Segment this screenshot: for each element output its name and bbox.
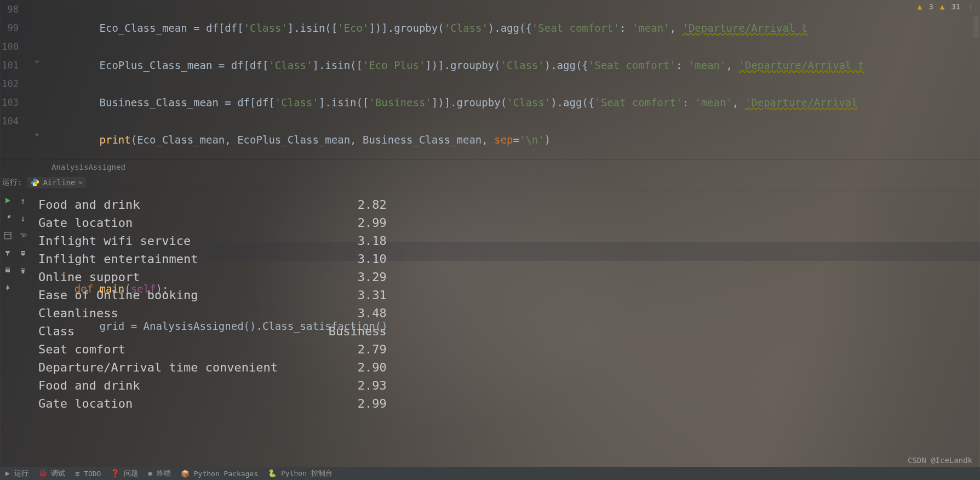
trash-icon[interactable] [18,266,28,276]
status-item[interactable]: 📦 Python Packages [181,470,258,478]
code-string: 'Departure/Arrival t [682,22,807,34]
console-output[interactable]: Food and drink 2.82 Gate location 2.99 I… [31,191,980,467]
code-token: , [732,96,745,108]
code-string: 'Class' [244,22,288,34]
editor-scrollbar[interactable] [973,0,979,174]
svg-rect-3 [6,268,9,270]
code-string: 'Class' [444,22,488,34]
code-string: 'Class' [275,96,319,108]
code-string: 'Class' [501,59,545,71]
fold-indicator-icon[interactable]: ⊖ [35,130,43,138]
code-token: ].isin([ [312,59,363,71]
breadcrumb[interactable]: AnalysisAssigned [0,159,980,175]
run-tab[interactable]: Airline ✕ [27,177,85,188]
code-token: EcoPlus_Class_mean [100,59,213,71]
status-bar[interactable]: ▶ 运行 🐞 调试 ≡ TODO ❓ 问题 ▣ 终端 📦 Python Pack… [0,467,980,480]
run-label: 运行: [2,178,22,187]
code-area[interactable]: Eco_Class_mean = df[df['Class'].isin(['E… [49,0,980,174]
code-string: 'Departure/Arrival t [738,59,864,71]
up-arrow-icon[interactable]: ↑ [18,196,28,205]
status-item[interactable]: ❓ 问题 [111,468,138,478]
code-string: 'Seat comfort' [588,59,676,71]
line-number[interactable]: 103 [0,93,19,112]
code-kwarg: sep [494,134,513,146]
code-token: = df[df[ [187,22,244,34]
code-token: = [513,134,519,146]
line-number[interactable]: 98 [0,0,19,19]
code-string: 'mean' [632,22,670,34]
code-token: ).agg({ [545,59,588,71]
code-token: ])].groupby( [369,22,444,34]
wrench-icon[interactable] [3,213,13,223]
warning-count: 31 [951,2,960,11]
line-number-gutter[interactable]: 98 99 100 101 102 103 104 [0,0,24,174]
rerun-button[interactable] [3,196,13,205]
fold-indicator-icon[interactable]: ⊖ [35,58,43,65]
line-number[interactable]: 102 [0,75,19,93]
status-item[interactable]: 🐍 Python 控制台 [268,468,333,478]
svg-rect-0 [4,232,11,239]
svg-rect-2 [5,270,10,272]
status-item[interactable]: ▣ 终端 [148,468,171,478]
code-token: = df[df[ [212,59,268,71]
layout-icon[interactable] [3,231,13,241]
code-token: ])].groupby( [425,59,500,71]
inspection-summary[interactable]: ▲3 ▲31 ⋮ [918,2,975,11]
code-string: '\n' [519,134,545,146]
code-func: print [100,134,131,146]
code-string: 'Seat comfort' [532,22,620,34]
pin-icon[interactable] [3,283,13,293]
code-token: ].isin([ [288,22,338,34]
down-arrow-icon[interactable]: ↓ [18,213,28,223]
run-tab-label: Airline [43,178,75,187]
code-editor[interactable]: 98 99 100 101 102 103 104 ⊖ ⊖ Eco_Class_… [0,0,980,174]
status-item[interactable]: ▶ 运行 [5,468,28,478]
code-string: 'Eco' [337,22,369,34]
code-string: 'mean' [689,59,726,71]
code-string: 'Departure/Arrival [745,96,858,108]
filter-icon[interactable] [3,248,13,258]
code-string: 'Class' [507,96,551,108]
code-string: 'Class' [268,59,312,71]
scroll-to-end-icon[interactable] [18,248,28,258]
line-number[interactable]: 100 [0,37,19,56]
line-number[interactable]: 99 [0,19,19,37]
print-icon[interactable] [3,266,13,276]
warning-icon: ▲ [940,2,944,11]
code-token: : [676,59,689,71]
python-icon [31,178,39,187]
status-item[interactable]: 🐞 调试 [38,468,66,478]
code-token: ].isin([ [319,96,369,108]
code-token: Eco_Class_mean [100,22,187,34]
code-string: 'Eco Plus' [363,59,425,71]
code-token: (Eco_Class_mean, EcoPlus_Class_mean, Bus… [131,134,494,146]
code-string: 'Business' [369,96,431,108]
close-icon[interactable]: ✕ [78,179,82,186]
line-number[interactable]: 104 [0,112,19,130]
status-item[interactable]: ≡ TODO [75,470,101,478]
code-token: ).agg({ [551,96,594,108]
code-token: ])].groupby( [432,96,507,108]
run-header: 运行: Airline ✕ [0,174,980,191]
code-token: ).agg({ [488,22,532,34]
code-string: 'mean' [695,96,732,108]
code-string: 'Seat comfort' [594,96,682,108]
run-toolbar-2: ↑ ↓ [15,191,31,467]
line-number[interactable]: 101 [0,56,19,75]
code-token: : [620,22,632,34]
code-token: , [726,59,738,71]
watermark: CSDN @IceLandk [908,456,972,465]
run-toolwindow: 运行: Airline ✕ ↑ ↓ Fo [0,174,980,467]
code-token: , [670,22,683,34]
run-toolbar-left [0,191,15,467]
code-token: = df[df[ [219,96,275,108]
code-token: Business_Class_mean [100,96,219,108]
warning-count: 3 [929,2,933,11]
soft-wrap-icon[interactable] [18,231,28,241]
fold-column: ⊖ ⊖ [24,0,49,174]
code-token: : [682,96,695,108]
scrollbar-thumb[interactable] [973,16,979,38]
warning-icon: ▲ [918,2,922,11]
code-token: ) [545,134,551,146]
